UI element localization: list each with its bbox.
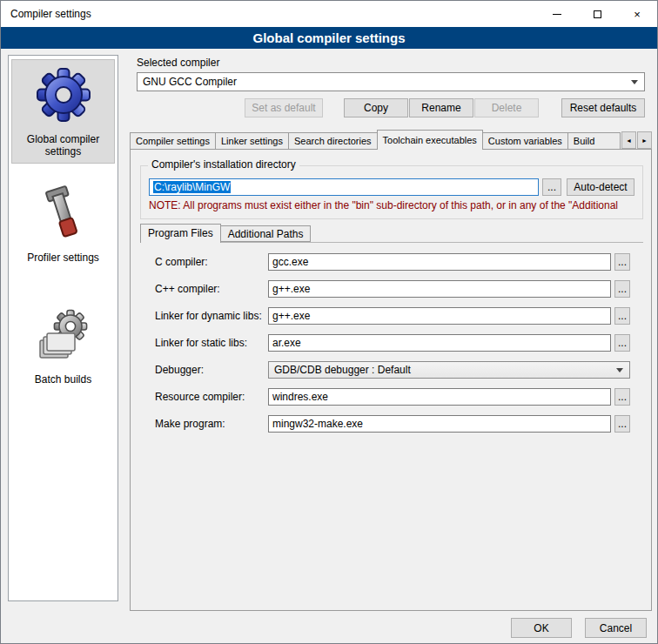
chevron-down-icon	[631, 80, 638, 84]
tab-compiler-settings[interactable]: Compiler settings	[130, 132, 216, 150]
settings-tab-bar: Compiler settings Linker settings Search…	[130, 130, 652, 150]
cpp-compiler-browse-button[interactable]: ...	[614, 280, 630, 298]
debugger-label: Debugger:	[155, 364, 268, 376]
close-icon: ×	[634, 8, 641, 21]
titlebar[interactable]: Compiler settings ×	[1, 1, 657, 27]
ok-button[interactable]: OK	[511, 618, 572, 638]
installation-directory-groupbox: Compiler's installation directory C:\ray…	[140, 165, 643, 219]
install-dir-value: C:\raylib\MinGW	[153, 181, 231, 193]
form-row-debugger: Debugger: GDB/CDB debugger : Default	[140, 360, 643, 379]
form-row-resource-compiler: Resource compiler: ...	[140, 387, 643, 406]
compiler-settings-dialog: Compiler settings × Global compiler sett…	[0, 0, 658, 644]
static-linker-input[interactable]	[268, 334, 611, 352]
programs-tab-bar: Program Files Additional Paths	[140, 224, 311, 242]
form-row-cpp-compiler: C++ compiler: ...	[140, 279, 643, 299]
toolchain-executables-panel: Compiler's installation directory C:\ray…	[130, 149, 652, 611]
chevron-down-icon	[616, 368, 623, 372]
installation-directory-row: C:\raylib\MinGW ... Auto-detect	[149, 178, 634, 196]
set-as-default-button: Set as default	[245, 98, 323, 117]
form-row-make-program: Make program: ...	[140, 414, 643, 433]
tab-search-directories[interactable]: Search directories	[288, 132, 378, 150]
make-program-label: Make program:	[155, 418, 268, 430]
copy-button[interactable]: Copy	[344, 98, 408, 117]
c-compiler-input[interactable]	[268, 253, 611, 271]
sidebar-item-profiler-settings[interactable]: Profiler settings	[11, 178, 115, 270]
compiler-select[interactable]: GNU GCC Compiler	[137, 72, 645, 91]
compiler-select-value: GNU GCC Compiler	[143, 76, 237, 88]
make-program-input[interactable]	[268, 415, 611, 433]
tab-linker-settings[interactable]: Linker settings	[215, 132, 289, 150]
tab-additional-paths[interactable]: Additional Paths	[220, 225, 312, 242]
tab-toolchain-executables[interactable]: Toolchain executables	[377, 130, 483, 150]
sidebar-item-global-compiler-settings[interactable]: Global compiler settings	[11, 59, 115, 164]
make-program-browse-button[interactable]: ...	[614, 415, 630, 433]
maximize-icon	[594, 10, 601, 18]
window-title: Compiler settings	[1, 8, 537, 20]
installation-directory-legend: Compiler's installation directory	[148, 158, 299, 171]
tab-scroll-right-button[interactable]: ►	[637, 131, 652, 149]
selected-compiler-label: Selected compiler	[137, 57, 219, 69]
tab-scroll-buttons: ◄ ►	[621, 131, 652, 149]
blue-gear-icon	[36, 67, 91, 123]
tab-scroll-area: Compiler settings Linker settings Search…	[130, 130, 621, 150]
form-row-dynamic-linker: Linker for dynamic libs: ...	[140, 306, 643, 325]
sidebar-item-label: Batch builds	[14, 373, 112, 386]
debugger-select-value: GDB/CDB debugger : Default	[274, 364, 411, 376]
sidebar-item-label: Profiler settings	[14, 252, 112, 264]
static-linker-label: Linker for static libs:	[155, 337, 268, 349]
resource-compiler-browse-button[interactable]: ...	[614, 388, 630, 406]
dynamic-linker-label: Linker for dynamic libs:	[155, 310, 268, 322]
c-compiler-browse-button[interactable]: ...	[614, 253, 630, 271]
sidebar-item-batch-builds[interactable]: Batch builds	[11, 299, 115, 392]
tab-scroll-left-button[interactable]: ◄	[621, 131, 636, 149]
profiler-tool-icon	[36, 185, 91, 241]
close-button[interactable]: ×	[617, 1, 657, 27]
dynamic-linker-input[interactable]	[268, 307, 611, 325]
program-files-form: C compiler: ... C++ compiler: ... Linker…	[140, 252, 643, 441]
bin-subdirectory-note: NOTE: All programs must exist either in …	[149, 199, 642, 211]
compiler-actions: Set as default Copy Rename Delete Reset …	[137, 98, 645, 117]
tab-custom-variables[interactable]: Custom variables	[482, 132, 568, 150]
form-row-static-linker: Linker for static libs: ...	[140, 333, 643, 352]
delete-button: Delete	[474, 98, 539, 117]
auto-detect-button[interactable]: Auto-detect	[567, 178, 634, 196]
install-dir-input[interactable]: C:\raylib\MinGW	[149, 178, 539, 196]
page-title: Global compiler settings	[1, 27, 657, 49]
static-linker-browse-button[interactable]: ...	[614, 334, 630, 352]
install-dir-browse-button[interactable]: ...	[542, 178, 561, 196]
cpp-compiler-input[interactable]	[268, 280, 611, 298]
gray-gear-stack-icon	[36, 307, 91, 363]
debugger-select[interactable]: GDB/CDB debugger : Default	[268, 361, 630, 379]
dynamic-linker-browse-button[interactable]: ...	[614, 307, 630, 325]
c-compiler-label: C compiler:	[155, 256, 268, 268]
maximize-button[interactable]	[577, 1, 617, 27]
resource-compiler-label: Resource compiler:	[155, 391, 268, 403]
cpp-compiler-label: C++ compiler:	[155, 283, 268, 295]
minimize-button[interactable]	[537, 1, 577, 27]
tab-build-options[interactable]: Build	[567, 132, 621, 150]
tab-program-files[interactable]: Program Files	[140, 224, 221, 243]
form-row-c-compiler: C compiler: ...	[140, 252, 643, 272]
minimize-icon	[553, 14, 561, 15]
settings-category-sidebar: Global compiler settings Profiler settin…	[8, 55, 118, 601]
cancel-button[interactable]: Cancel	[585, 618, 647, 638]
rename-button[interactable]: Rename	[409, 98, 473, 117]
sidebar-item-label: Global compiler settings	[14, 133, 112, 158]
resource-compiler-input[interactable]	[268, 388, 611, 406]
reset-defaults-button[interactable]: Reset defaults	[561, 98, 645, 117]
